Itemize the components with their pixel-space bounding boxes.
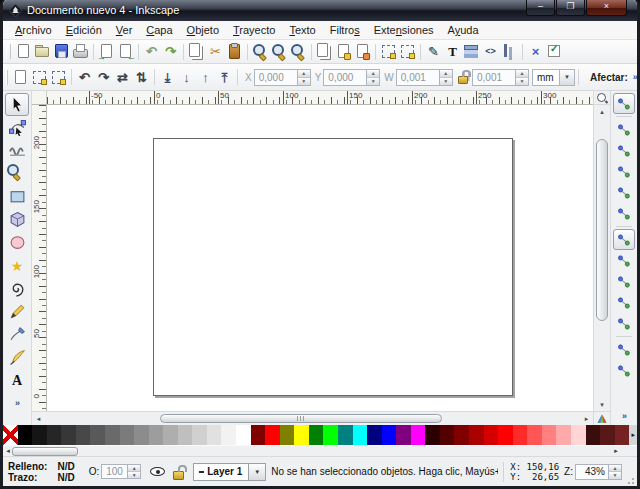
swatch-808000[interactable] — [280, 425, 295, 445]
scroll-down-icon[interactable]: ▾ — [594, 398, 610, 411]
menu-trayecto[interactable]: Trayecto — [226, 23, 282, 37]
swatch-008000[interactable] — [309, 425, 324, 445]
create-clone-button[interactable] — [334, 42, 353, 61]
maximize-button[interactable]: ❐ — [556, 0, 585, 16]
snap-smooth-nodes-toggle[interactable] — [613, 313, 635, 334]
layer-selector[interactable]: Layer 1 ▼ — [193, 463, 266, 481]
toolbar-overflow-button[interactable]: » — [633, 72, 637, 82]
select-all-layers-button[interactable] — [30, 68, 49, 87]
group-button[interactable] — [379, 42, 398, 61]
swatch-00ff00[interactable] — [323, 425, 338, 445]
swatch-e1e1e1[interactable] — [207, 425, 222, 445]
width-field[interactable]: 0,001 — [396, 69, 439, 86]
palette-overflow-arrow[interactable]: ▸ — [629, 425, 637, 445]
box3d-tool[interactable] — [5, 208, 29, 231]
window-resize-grip[interactable] — [624, 474, 634, 484]
pencil-tool[interactable] — [5, 300, 29, 323]
duplicate-button[interactable] — [315, 42, 334, 61]
scroll-up-icon[interactable]: ▴ — [594, 105, 610, 118]
calligraphy-tool[interactable] — [5, 346, 29, 369]
print-button[interactable] — [71, 42, 90, 61]
snap-object-centers-toggle[interactable] — [613, 360, 635, 381]
swatch-aa0000[interactable] — [469, 425, 484, 445]
y-field-spinner[interactable]: ▲▼ — [366, 69, 380, 86]
tweak-tool[interactable] — [5, 139, 29, 162]
open-document-button[interactable] — [33, 42, 52, 61]
swatch-550000[interactable] — [440, 425, 455, 445]
swatch-800000[interactable] — [251, 425, 266, 445]
titlebar[interactable]: Documento nuevo 4 - Inkscape – ❐ × — [3, 0, 637, 21]
swatch-ff2a2a[interactable] — [513, 425, 528, 445]
snap-nodes-toggle[interactable] — [613, 229, 635, 250]
swatch-151515[interactable] — [32, 425, 47, 445]
snap-bbox-edges-toggle[interactable] — [613, 140, 635, 161]
height-field[interactable]: 0,001 — [472, 69, 515, 86]
palette-scroll-thumb[interactable] — [12, 447, 78, 456]
text-dialog-button[interactable]: T — [443, 42, 462, 61]
swatch-742222[interactable] — [615, 425, 630, 445]
swatch-000080[interactable] — [367, 425, 382, 445]
x-field-spinner[interactable]: ▲▼ — [297, 69, 311, 86]
zoom-to-drawing-button[interactable] — [270, 42, 289, 61]
layer-visibility-eye-icon[interactable] — [149, 464, 166, 479]
snap-bbox-centers-toggle[interactable] — [613, 203, 635, 224]
swatch-ffff00[interactable] — [294, 425, 309, 445]
opacity-field[interactable]: 100 — [101, 464, 127, 479]
swatch-ffffff[interactable] — [236, 425, 251, 445]
flip-horizontal-button[interactable]: ⇄ — [113, 68, 132, 87]
snap-path-intersections-toggle[interactable] — [613, 271, 635, 292]
layers-dialog-button[interactable] — [462, 42, 481, 61]
swatch-ff00ff[interactable] — [411, 425, 426, 445]
snap-bbox-corners-toggle[interactable] — [613, 161, 635, 182]
undo-button[interactable]: ↶ — [142, 42, 161, 61]
zoom-spinner[interactable]: ▲▼ — [608, 464, 622, 480]
snap-midpoints-toggle[interactable] — [613, 339, 635, 360]
swatch-bfbfbf[interactable] — [178, 425, 193, 445]
menu-objeto[interactable]: Objeto — [180, 23, 226, 37]
enable-snapping-toggle[interactable] — [613, 93, 635, 114]
vertical-scroll-thumb[interactable] — [596, 139, 608, 321]
scroll-right-icon[interactable]: ▸ — [580, 412, 593, 425]
color-managed-display-button[interactable] — [593, 411, 610, 425]
close-button[interactable]: × — [586, 0, 627, 16]
swatch-d0d0d0[interactable] — [192, 425, 207, 445]
canvas[interactable] — [47, 105, 593, 411]
menu-archivo[interactable]: Archivo — [8, 23, 59, 37]
zoom-field[interactable]: 43% — [575, 464, 608, 480]
select-all-button[interactable] — [11, 68, 30, 87]
star-tool[interactable]: ★ — [5, 254, 29, 277]
swatch-00ffff[interactable] — [353, 425, 368, 445]
swatch-595959[interactable] — [90, 425, 105, 445]
swatch-000000[interactable] — [18, 425, 33, 445]
zoom-tool[interactable] — [5, 162, 29, 185]
node-editor-tool[interactable] — [5, 116, 29, 139]
menu-ayuda[interactable]: Ayuda — [441, 23, 486, 37]
menu-capa[interactable]: Capa — [139, 23, 179, 37]
menu-extensiones[interactable]: Extensiones — [367, 23, 441, 37]
toolbar-grip[interactable] — [6, 44, 11, 59]
swatch-008080[interactable] — [338, 425, 353, 445]
horizontal-ruler[interactable]: -50050100150200250300350 — [47, 91, 593, 105]
menu-edicion[interactable]: Edición — [59, 23, 109, 37]
swatch-0000ff[interactable] — [382, 425, 397, 445]
minimize-button[interactable]: – — [526, 0, 555, 16]
raise-button[interactable]: ↑ — [196, 68, 215, 87]
swatch-8c8c8c[interactable] — [134, 425, 149, 445]
document-page[interactable] — [153, 138, 513, 396]
unlink-clone-button[interactable] — [353, 42, 372, 61]
cms-lens-button[interactable] — [593, 91, 610, 105]
swatch-d40000[interactable] — [484, 425, 499, 445]
save-document-button[interactable] — [52, 42, 71, 61]
swatch-3a0d0d[interactable] — [586, 425, 601, 445]
zoom-to-selection-button[interactable] — [251, 42, 270, 61]
width-field-spinner[interactable]: ▲▼ — [439, 69, 453, 86]
vertical-ruler[interactable]: 200150100500 — [32, 105, 47, 411]
raise-to-top-button[interactable]: ⤒ — [215, 68, 234, 87]
swatch-aeaeae[interactable] — [163, 425, 178, 445]
swatch-ffaaaa[interactable] — [556, 425, 571, 445]
ungroup-button[interactable] — [398, 42, 417, 61]
copy-button[interactable] — [187, 42, 206, 61]
menu-filtros[interactable]: Filtros — [323, 23, 367, 37]
scroll-left-icon[interactable]: ◂ — [32, 412, 45, 425]
swatch-800000[interactable] — [454, 425, 469, 445]
